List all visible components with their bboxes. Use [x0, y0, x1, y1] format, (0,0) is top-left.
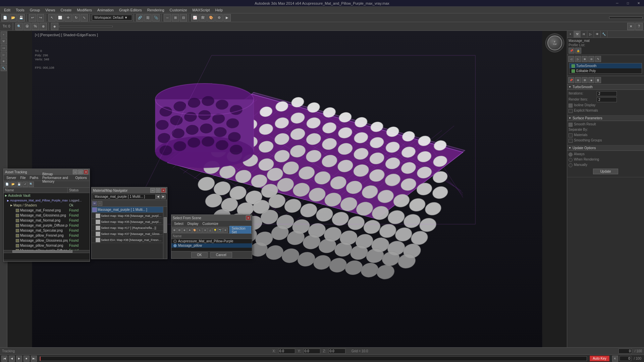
ss-close[interactable]: ✕	[246, 216, 251, 220]
mn-item-0[interactable]: Massage_mat_purple [ 1 Multi... ]	[92, 207, 163, 213]
stack-btn2[interactable]: ▷	[575, 56, 581, 62]
tb-unlink[interactable]: ⛓	[144, 14, 152, 21]
at-row-pillow-fresnel[interactable]: Massage_pillow_Fresnel.png Found	[4, 233, 90, 238]
cmd-utilities[interactable]: 🔧	[1, 65, 7, 71]
lock-btn[interactable]: 🔒	[575, 48, 581, 54]
at-list[interactable]: ▶ Autodesk Vault ▶ Acupressure_Mat_and_P…	[4, 193, 90, 250]
menu-rendering[interactable]: Rendering	[145, 7, 167, 13]
at-row-main-file[interactable]: ▶ Acupressure_Mat_and_Pillow_Purple_max_…	[4, 198, 90, 203]
time-input[interactable]	[619, 349, 632, 354]
menu-modifiers[interactable]: Modifiers	[74, 7, 95, 13]
tb-layer[interactable]: ⊟	[180, 14, 187, 21]
modifier-turbosmooth[interactable]: TurboSmooth	[570, 63, 642, 68]
key-mode-btn[interactable]: K	[612, 356, 618, 362]
at-scroll-thumb[interactable]	[12, 250, 72, 253]
minimize-button[interactable]: ─	[612, 0, 623, 7]
ss-tb-all[interactable]: ⊞	[172, 228, 177, 233]
tb-undo[interactable]: ↩	[29, 14, 36, 21]
ss-ok-button[interactable]: OK	[191, 252, 207, 258]
ss-tb-filter[interactable]: ⧖	[203, 228, 207, 233]
tb-open[interactable]: 📂	[9, 14, 17, 21]
tab-create[interactable]: +	[567, 31, 574, 38]
stack-btn5[interactable]: ✎	[595, 56, 601, 62]
tb-align[interactable]: ⊞	[172, 14, 179, 21]
ss-tb-by-layer[interactable]: L	[198, 228, 202, 233]
always-radio[interactable]	[569, 153, 573, 157]
tab-display[interactable]: 👁	[594, 31, 601, 38]
mn-btn1[interactable]: M	[92, 201, 97, 206]
when-rendering-radio[interactable]	[569, 158, 573, 162]
explicit-checkbox[interactable]	[569, 109, 573, 113]
menu-edit[interactable]: Edit	[1, 7, 13, 13]
mn-minimize[interactable]: ─	[150, 188, 155, 193]
auto-key-button[interactable]: Auto Key	[590, 356, 609, 361]
cmd-motion[interactable]: ▷	[1, 52, 7, 58]
menu-animation[interactable]: Animation	[95, 7, 116, 13]
at-tb-search[interactable]: 🔍	[29, 182, 34, 187]
ss-tb-invert[interactable]: ⊕	[182, 228, 187, 233]
anim-stop[interactable]: ■	[23, 356, 30, 362]
mn-maximize[interactable]: □	[156, 188, 160, 193]
menu-group[interactable]: Group	[27, 7, 43, 13]
mn-nav-right[interactable]: ▶	[161, 194, 166, 199]
ss-selection-set-input[interactable]: Selection Set	[229, 226, 251, 235]
tb-render-setup[interactable]: ⚙	[215, 14, 223, 21]
tb-redo[interactable]: ↪	[37, 14, 44, 21]
materials-check[interactable]	[569, 133, 573, 137]
at-menu-server[interactable]: Server	[4, 175, 18, 180]
at-tb-save[interactable]: 💾	[16, 182, 22, 187]
cmd-modify[interactable]: ⚒	[1, 38, 7, 44]
at-row-maps[interactable]: ▶ Maps / Shaders Ok	[4, 203, 90, 208]
at-row-specular[interactable]: Massage_mat_Specular.png Found	[4, 228, 90, 233]
menu-views[interactable]: Views	[43, 7, 58, 13]
at-menu-file[interactable]: File	[18, 175, 28, 180]
ss-radio-pillow[interactable]	[173, 244, 177, 247]
tb2-snap[interactable]: 🔍	[15, 23, 23, 30]
coord-x-input[interactable]	[278, 349, 295, 354]
cmd-create[interactable]: +	[1, 32, 7, 38]
stack-btn1[interactable]: ◁	[568, 56, 574, 62]
ss-tb-by-name[interactable]: A	[187, 228, 192, 233]
update-options-header[interactable]: ▼ Update Options	[567, 145, 644, 151]
at-menu-paths[interactable]: Paths	[28, 175, 41, 180]
tb2-pctsnap[interactable]: %	[32, 23, 39, 30]
anim-play[interactable]: ▶	[16, 356, 22, 362]
tab-modify[interactable]: ⚒	[574, 31, 581, 38]
at-row-fresnel[interactable]: Massage_mat_Fresnel.png Found	[4, 208, 90, 213]
navigation-widget[interactable]: FTOP	[545, 34, 564, 52]
isoline-checkbox[interactable]	[569, 104, 573, 108]
tab-motion[interactable]: ▷	[587, 31, 594, 38]
tb2-xview[interactable]: ✕	[627, 23, 635, 30]
tb2-sel-filter[interactable]: ◈	[51, 23, 58, 30]
at-row-normal[interactable]: Massage_mat_Normal.png Found	[4, 218, 90, 223]
tb-curve-editor[interactable]: 📈	[191, 14, 199, 21]
at-row-pillow-normal[interactable]: Massage_pillow_Normal.png Found	[4, 243, 90, 248]
coord-z-input[interactable]	[329, 349, 345, 354]
ss-radio-mat[interactable]	[173, 240, 177, 243]
tb2-spinner[interactable]: ⊕	[40, 23, 47, 30]
mn-item-1[interactable]: Select map: Map #36 [Massage_mat_purple …	[92, 213, 163, 219]
tb-link[interactable]: 🔗	[136, 14, 144, 21]
tb-mirror[interactable]: ↔	[164, 14, 171, 21]
tb-rotate[interactable]: ↻	[72, 14, 80, 21]
tb-select[interactable]: ↖	[48, 14, 56, 21]
modifier-editable-poly[interactable]: Editable Poly	[570, 68, 642, 73]
pin-stack-btn[interactable]: 📌	[568, 77, 574, 83]
tb2-help[interactable]: ?	[635, 23, 643, 30]
ss-item-mat[interactable]: Acupressure_Mat_and_Pillow-Purple	[171, 239, 252, 243]
tb-render[interactable]: ▶	[223, 14, 231, 21]
ss-tb-helpers[interactable]: ✛	[223, 228, 228, 233]
tb-new[interactable]: 📄	[1, 14, 9, 21]
tb2-angsnap[interactable]: ⦿	[23, 23, 31, 30]
at-tb-new[interactable]: 📄	[4, 182, 10, 187]
render-iters-input[interactable]	[597, 97, 617, 102]
ss-menu-display[interactable]: Display	[185, 221, 201, 226]
tab-utilities[interactable]: 🔧	[601, 31, 607, 38]
mn-item-2[interactable]: Select map: Map #35 [Massage_mat_purple …	[92, 219, 163, 225]
tb-select-region[interactable]: ⬜	[56, 14, 64, 21]
make-unique-btn[interactable]: ◈	[588, 77, 594, 83]
main-section-header[interactable]: ▼ TurboSmooth	[567, 84, 644, 90]
manually-radio[interactable]	[569, 163, 573, 167]
pin-btn[interactable]: 📌	[569, 48, 575, 54]
at-row-pillow-glossiness[interactable]: Massage_pillow_Glossiness.png Found	[4, 238, 90, 243]
